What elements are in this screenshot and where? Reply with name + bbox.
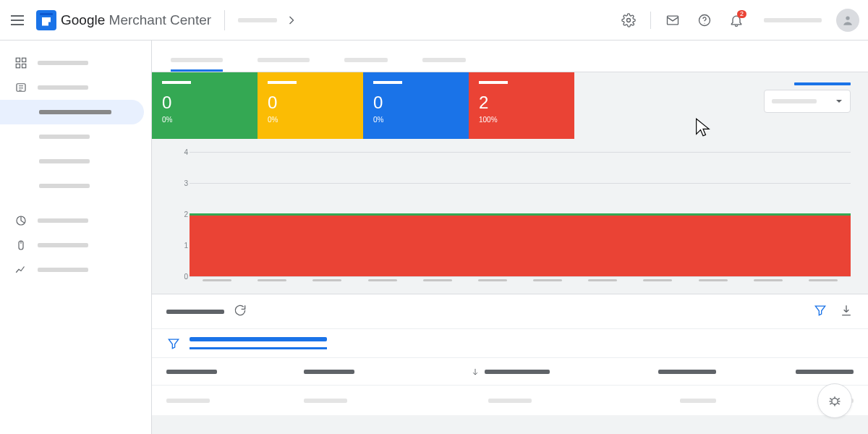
pie-icon xyxy=(14,214,27,227)
filter-icon xyxy=(166,336,181,351)
status-chart: 01234 xyxy=(152,139,868,294)
svg-rect-5 xyxy=(16,58,20,61)
tabs xyxy=(152,41,868,72)
card-value: 0 xyxy=(268,94,353,111)
gridline xyxy=(190,152,851,153)
x-tick xyxy=(630,279,685,289)
divider xyxy=(224,10,225,30)
col-3-sortable[interactable] xyxy=(441,367,579,377)
breadcrumb[interactable] xyxy=(238,13,299,27)
y-tick: 1 xyxy=(184,242,188,250)
nav-item-growth[interactable] xyxy=(0,233,144,258)
nav-sub-item-3[interactable] xyxy=(0,149,144,174)
refresh-icon xyxy=(233,303,247,318)
nav-sub-item-4[interactable] xyxy=(0,174,144,198)
card-pct: 0% xyxy=(268,116,353,124)
svg-point-4 xyxy=(846,16,849,20)
x-tick xyxy=(741,279,796,289)
chart-link[interactable] xyxy=(764,82,851,85)
card-pct: 0% xyxy=(162,116,247,124)
date-range-dropdown[interactable] xyxy=(764,90,851,113)
list-icon xyxy=(14,81,27,94)
card-value: 2 xyxy=(479,94,564,111)
svg-rect-8 xyxy=(22,64,26,68)
chart-line-active xyxy=(190,213,851,216)
x-tick xyxy=(410,279,465,289)
tab-2[interactable] xyxy=(258,58,310,72)
merchant-center-icon xyxy=(36,10,56,30)
feedback-fab[interactable] xyxy=(817,383,852,418)
card-value: 0 xyxy=(162,94,247,111)
y-tick: 3 xyxy=(184,179,188,187)
chart-area-disapproved xyxy=(190,214,851,276)
x-tick xyxy=(299,279,354,289)
account-label[interactable] xyxy=(764,18,822,22)
nav-item-diagnostics[interactable] xyxy=(0,100,144,124)
avatar[interactable] xyxy=(836,9,859,32)
x-tick xyxy=(355,279,410,289)
table-header xyxy=(152,358,868,386)
notifications-button[interactable]: 2 xyxy=(722,6,751,35)
person-icon xyxy=(841,13,855,27)
card-value: 0 xyxy=(373,94,459,111)
nav-item-overview[interactable] xyxy=(0,51,144,75)
arrow-down-icon xyxy=(470,367,480,377)
product-title: Google Merchant Center xyxy=(61,12,211,28)
tab-1[interactable] xyxy=(171,58,223,72)
col-5[interactable] xyxy=(716,370,854,374)
tab-4[interactable] xyxy=(422,58,466,72)
caret-down-icon xyxy=(835,98,843,105)
menu-icon[interactable] xyxy=(9,12,26,29)
y-tick: 0 xyxy=(184,273,188,281)
card-pct: 100% xyxy=(479,116,564,124)
svg-rect-6 xyxy=(22,58,26,61)
mail-icon xyxy=(665,13,680,27)
tab-3[interactable] xyxy=(344,58,388,72)
status-card-blue[interactable]: 00% xyxy=(363,72,469,139)
x-tick xyxy=(465,279,520,289)
status-card-yellow[interactable]: 00% xyxy=(258,72,363,139)
filter-bar[interactable] xyxy=(152,329,868,358)
mail-button[interactable] xyxy=(658,6,687,35)
settings-button[interactable] xyxy=(614,6,643,35)
col-1[interactable] xyxy=(166,370,304,374)
col-2[interactable] xyxy=(304,370,441,374)
filter-button[interactable] xyxy=(813,303,827,320)
table-row[interactable] xyxy=(152,386,868,416)
help-icon xyxy=(697,13,712,27)
table-toolbar xyxy=(152,294,868,329)
svg-rect-7 xyxy=(16,64,20,68)
refresh-button[interactable] xyxy=(233,303,247,320)
dashboard-icon xyxy=(14,56,27,69)
help-button[interactable] xyxy=(690,6,719,35)
svg-point-0 xyxy=(627,18,631,22)
download-button[interactable] xyxy=(839,303,854,320)
filter-icon xyxy=(813,303,827,318)
mouse-icon xyxy=(14,239,27,252)
x-tick xyxy=(520,279,575,289)
x-tick xyxy=(190,279,244,289)
card-pct: 0% xyxy=(373,116,459,124)
col-4[interactable] xyxy=(579,370,716,374)
status-card-red[interactable]: 2100% xyxy=(469,72,574,139)
app-header: Google Merchant Center 2 xyxy=(0,0,868,41)
chevron-right-icon xyxy=(284,13,299,27)
product-logo[interactable]: Google Merchant Center xyxy=(36,10,211,30)
nav-item-products[interactable] xyxy=(0,75,144,100)
status-cards: 00%00%00%2100% xyxy=(152,72,574,139)
gridline xyxy=(190,276,851,277)
nav-sub-item-2[interactable] xyxy=(0,124,144,149)
notification-badge: 2 xyxy=(737,10,746,18)
toolbar-title xyxy=(166,310,224,314)
gear-icon xyxy=(621,13,636,27)
download-icon xyxy=(839,303,854,318)
svg-rect-1 xyxy=(668,16,678,25)
gridline xyxy=(190,183,851,184)
status-card-green[interactable]: 00% xyxy=(152,72,258,139)
divider xyxy=(650,12,651,29)
main-content: 00%00%00%2100% 01234 xyxy=(152,41,868,434)
nav-item-trends[interactable] xyxy=(0,258,144,282)
x-tick xyxy=(796,279,851,289)
nav-item-performance[interactable] xyxy=(0,208,144,233)
bug-icon xyxy=(827,393,842,408)
